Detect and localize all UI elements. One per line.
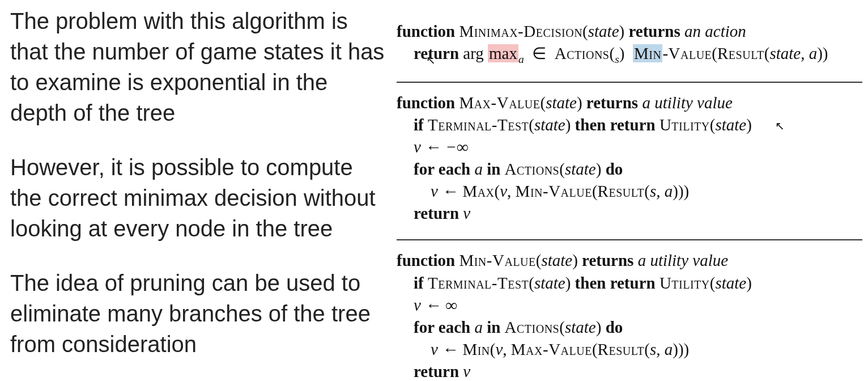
minv-terminal-line: if Terminal-Test(state) then return Util… <box>397 272 862 294</box>
kw-in: in <box>487 318 500 336</box>
param-state: state <box>588 22 619 40</box>
v-arg: v <box>500 182 507 200</box>
fn-result: Result <box>598 340 645 358</box>
maxv-init-line: v ← −∞ <box>397 136 862 158</box>
kw-function: function <box>397 251 455 269</box>
maxv-signature: function Max-Value(state) returns a util… <box>397 92 862 114</box>
v-assign: v ← <box>431 340 458 358</box>
param-state: state <box>541 251 572 269</box>
paragraph-3: The idea of pruning can be used to elimi… <box>10 268 385 359</box>
highlight-min: Min <box>633 44 662 62</box>
fn-result: Result <box>717 44 764 62</box>
fn-min-value: Min-Value <box>459 251 535 269</box>
maxv-loop-line: for each a in Actions(state) do <box>397 158 862 180</box>
algo-minimax-decision: function Minimax-Decision(state) returns… <box>397 20 862 74</box>
maxv-terminal-line: if Terminal-Test(state) then return Util… <box>397 114 862 136</box>
utility-arg: state <box>715 116 746 134</box>
kw-do: do <box>606 160 623 178</box>
kw-return: return <box>414 362 459 380</box>
fn-max-value: Max-Value <box>459 94 540 112</box>
minv-assign-line: v ← Min(v, Max-Value(Result(s, a))) <box>397 338 862 361</box>
loop-var-a: a <box>474 318 483 336</box>
kw-if: if <box>414 274 424 292</box>
sub-s: s <box>615 53 619 65</box>
paragraph-1: The problem with this algorithm is that … <box>10 6 385 128</box>
paragraph-2: However, it is possible to compute the c… <box>10 152 385 244</box>
fn-utility: Utility <box>659 116 710 134</box>
fn-actions: Actions <box>555 44 610 62</box>
fn-min: Min <box>462 340 490 358</box>
pseudocode-column: function Minimax-Decision(state) returns… <box>391 0 868 381</box>
highlight-max: max <box>488 44 518 62</box>
actions-arg: state <box>565 318 596 336</box>
kw-return: return <box>414 44 459 62</box>
fn-min-value: Min-Value <box>516 182 592 200</box>
fn-utility: Utility <box>659 274 710 292</box>
divider-2 <box>397 239 862 240</box>
kw-function: function <box>397 22 455 40</box>
sub-a: a <box>518 53 524 65</box>
kw-for-each: for each <box>414 160 470 178</box>
sym-element-of: ∈ <box>532 44 546 62</box>
slide-page: The problem with this algorithm is that … <box>0 0 868 381</box>
ret-v: v <box>463 362 470 380</box>
fn-terminal-test: Terminal-Test <box>428 274 529 292</box>
result-args: state, a <box>769 44 817 62</box>
result-args: s, a <box>650 182 673 200</box>
kw-returns: returns <box>582 251 633 269</box>
kw-function: function <box>397 94 455 112</box>
algo-max-value: function Max-Value(state) returns a util… <box>397 92 862 232</box>
maxv-return-line: return v <box>397 202 862 225</box>
decision-signature: function Minimax-Decision(state) returns… <box>397 20 862 43</box>
kw-for-each: for each <box>414 318 470 336</box>
kw-return: return <box>414 204 459 222</box>
fn-actions: Actions <box>505 160 560 178</box>
actions-arg: state <box>565 160 596 178</box>
ret-utility-value: a utility value <box>642 94 732 112</box>
maxv-assign-line: v ← Max(v, Min-Value(Result(s, a))) <box>397 180 862 202</box>
kw-if: if <box>414 116 424 134</box>
left-text-column: The problem with this algorithm is that … <box>0 0 391 381</box>
divider-1 <box>397 82 862 83</box>
kw-then-return: then return <box>575 116 656 134</box>
fn-terminal-test: Terminal-Test <box>428 116 529 134</box>
txt-arg: arg <box>463 44 484 62</box>
loop-var-a: a <box>474 160 483 178</box>
minv-init-line: v ← ∞ <box>397 294 862 316</box>
kw-in: in <box>487 160 500 178</box>
kw-do: do <box>606 318 623 336</box>
fn-value-suffix: -Value <box>662 44 712 62</box>
fn-result: Result <box>598 182 645 200</box>
ret-utility-value: a utility value <box>638 251 728 269</box>
minv-return-line: return v <box>397 361 862 381</box>
fn-max-value: Max-Value <box>511 340 592 358</box>
ret-an-action: an action <box>684 22 746 40</box>
algo-min-value: function Min-Value(state) returns a util… <box>397 249 862 381</box>
kw-returns: returns <box>586 94 638 112</box>
utility-arg: state <box>715 274 746 292</box>
kw-returns: returns <box>628 22 680 40</box>
v-arg: v <box>495 340 503 358</box>
kw-then-return: then return <box>575 274 656 292</box>
minv-loop-line: for each a in Actions(state) do <box>397 316 862 338</box>
result-args: s, a <box>650 340 673 358</box>
terminal-arg: state <box>534 116 565 134</box>
param-state: state <box>546 94 577 112</box>
ret-v: v <box>463 204 470 222</box>
decision-body: return arg maxa ∈ Actions(s) Min-Value(R… <box>397 43 862 66</box>
minv-signature: function Min-Value(state) returns a util… <box>397 249 862 272</box>
fn-actions: Actions <box>505 318 560 336</box>
v-assign: v ← <box>431 182 458 200</box>
fn-minimax-decision: Minimax-Decision <box>459 22 582 40</box>
fn-max: Max <box>462 182 494 200</box>
terminal-arg: state <box>534 274 565 292</box>
